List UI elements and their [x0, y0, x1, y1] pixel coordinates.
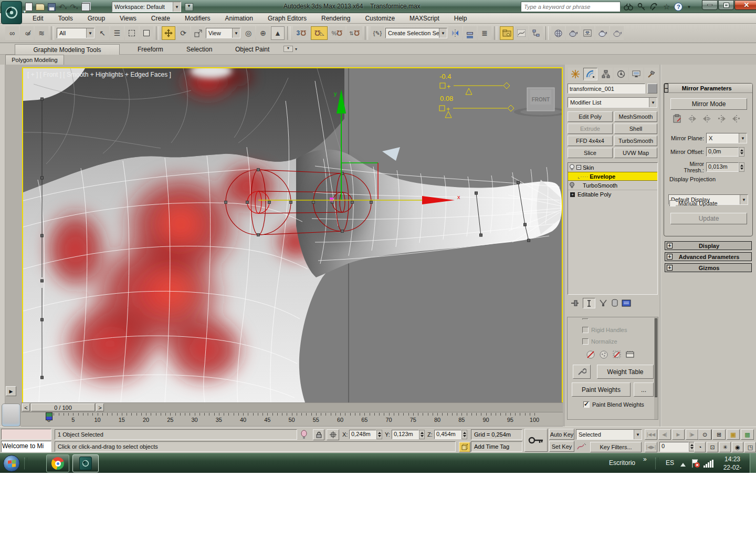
- workspace-dropdown[interactable]: Workspace: Default▼: [112, 2, 181, 12]
- logo-dropdown-arrow[interactable]: ▼: [23, 9, 27, 14]
- selection-filter-dropdown[interactable]: All▼: [57, 28, 94, 38]
- paste-green-bones-icon[interactable]: [717, 115, 727, 123]
- favorites-star-icon[interactable]: ☆: [663, 2, 670, 12]
- meshsmooth-button[interactable]: MeshSmooth: [614, 111, 657, 122]
- select-and-link-icon[interactable]: ∞: [5, 26, 19, 40]
- edit-named-selection-sets-icon[interactable]: {✎}: [371, 26, 384, 40]
- paste-green-to-blue-icon[interactable]: [687, 115, 697, 123]
- bake-weights-icon[interactable]: [626, 350, 634, 358]
- tab-graphite-modeling-tools[interactable]: Graphite Modeling Tools: [15, 44, 120, 55]
- stack-item-editable-poly[interactable]: + Editable Poly: [568, 190, 657, 199]
- restore-button[interactable]: [718, 0, 734, 10]
- time-slider-prev-button[interactable]: <: [22, 404, 30, 411]
- render-production-icon[interactable]: [595, 26, 609, 40]
- redo-icon[interactable]: ↷▾: [70, 3, 78, 11]
- menu-tools[interactable]: Tools: [51, 15, 80, 22]
- mirror-parameters-header[interactable]: − Mirror Parameters: [664, 84, 752, 93]
- pan-button[interactable]: ✳: [719, 442, 731, 452]
- absolute-mode-button[interactable]: [327, 429, 339, 440]
- time-slider-next-button[interactable]: >: [96, 404, 104, 411]
- viewcube-front-label[interactable]: FRONT: [532, 97, 550, 102]
- mirror-icon[interactable]: [448, 26, 462, 40]
- menu-animation[interactable]: Animation: [218, 15, 260, 22]
- selected-cross-section-marker[interactable]: [330, 198, 333, 201]
- object-color-swatch[interactable]: [647, 84, 657, 94]
- turbosmooth-button[interactable]: TurboSmooth: [614, 136, 657, 146]
- region-zoom-button[interactable]: ⊡: [707, 442, 718, 452]
- rendered-frame-window-icon[interactable]: [581, 26, 594, 40]
- set-keys-button[interactable]: [524, 429, 548, 452]
- reference-coordinate-dropdown[interactable]: View▼: [206, 28, 240, 38]
- viewport-label[interactable]: [ + ] [ Front ] [ Smooth + Highlights + …: [27, 71, 171, 78]
- mirror-plane-dropdown[interactable]: X▼: [706, 133, 747, 143]
- paste-blue-bones-icon[interactable]: [731, 115, 741, 123]
- rollout-display[interactable]: +Display: [665, 241, 752, 250]
- go-to-start-button[interactable]: |◀◀: [645, 429, 657, 440]
- layer-manager-icon[interactable]: ≣: [478, 26, 491, 40]
- tab-create-icon[interactable]: [568, 68, 582, 80]
- normalize-checkbox[interactable]: [582, 338, 589, 345]
- tab-selection[interactable]: Selection: [186, 46, 212, 53]
- track-bar-handle[interactable]: [46, 412, 52, 420]
- key-mode-button[interactable]: |◀▶|: [645, 442, 657, 452]
- edit-poly-button[interactable]: Edit Poly: [568, 111, 613, 122]
- bulb-off-icon[interactable]: [569, 182, 575, 189]
- angle-snap-toggle-icon[interactable]: Ω◺: [311, 26, 328, 40]
- isolate-selection-button[interactable]: [459, 442, 470, 452]
- bulb-on-icon[interactable]: [569, 164, 575, 171]
- rigid-handles-checkbox[interactable]: [582, 327, 589, 333]
- stack-item-turbosmooth[interactable]: TurboSmooth: [568, 181, 657, 190]
- network-signal-icon[interactable]: [704, 460, 714, 468]
- mirror-paste-icon[interactable]: [673, 114, 682, 123]
- expand-box-icon[interactable]: +: [570, 192, 575, 197]
- y-coord-spinner[interactable]: [419, 430, 425, 439]
- select-and-scale-icon[interactable]: [191, 26, 205, 40]
- menu-edit[interactable]: Edit: [25, 15, 51, 22]
- menu-modifiers[interactable]: Modifiers: [177, 15, 218, 22]
- tab-object-paint[interactable]: Object Paint: [235, 46, 269, 53]
- configure-modifier-sets-icon[interactable]: [622, 299, 631, 307]
- extrude-button[interactable]: Extrude: [568, 123, 613, 134]
- zoom-button[interactable]: ⊙: [698, 429, 711, 440]
- ffd-button[interactable]: FFD 4x4x4: [568, 136, 613, 146]
- make-unique-icon[interactable]: [598, 299, 608, 307]
- shell-button[interactable]: Shell: [614, 123, 657, 134]
- viewport-layout-tab-button[interactable]: ▶: [6, 386, 16, 396]
- percent-snap-toggle-icon[interactable]: %Ω: [329, 26, 345, 40]
- project-folder-icon[interactable]: [81, 3, 90, 11]
- paint-weights-button[interactable]: Paint Weights: [572, 382, 631, 397]
- uvw-map-button[interactable]: UVW Map: [614, 148, 657, 158]
- collapse-box-icon[interactable]: −: [576, 165, 581, 170]
- select-by-name-icon[interactable]: ☰: [110, 26, 124, 40]
- selected-filter-dropdown[interactable]: Selected▼: [576, 429, 642, 440]
- clock[interactable]: 14:23 22-02-2013: [717, 455, 748, 473]
- x-coord-spinner[interactable]: [376, 430, 382, 439]
- undo-icon[interactable]: ↶▾: [59, 3, 67, 11]
- add-time-tag-field[interactable]: Add Time Tag: [471, 441, 522, 452]
- select-and-move-icon[interactable]: [162, 26, 175, 40]
- action-center-flag-icon[interactable]: [691, 459, 700, 468]
- close-button[interactable]: ✕: [734, 0, 756, 10]
- paint-blend-weights-checkbox[interactable]: [583, 401, 590, 408]
- ribbon-minimize-arrow-icon[interactable]: ▾: [295, 47, 297, 51]
- mirror-thresh-spinner[interactable]: [739, 162, 744, 172]
- remove-modifier-icon[interactable]: [611, 299, 618, 307]
- menu-rendering[interactable]: Rendering: [314, 15, 358, 22]
- collapse-minus-icon[interactable]: −: [664, 84, 668, 92]
- set-key-button[interactable]: Set Key: [549, 441, 574, 452]
- qat-overflow-icon[interactable]: ▼: [185, 3, 193, 11]
- select-and-manipulate-icon[interactable]: ⊕: [256, 26, 270, 40]
- next-frame-button[interactable]: |▶: [686, 429, 698, 440]
- mirror-mode-button[interactable]: Mirror Mode: [670, 98, 747, 110]
- z-coord-spinner[interactable]: [461, 430, 467, 439]
- workspace-arrow-icon[interactable]: ▼: [173, 2, 181, 12]
- select-excluded-icon[interactable]: [613, 350, 622, 359]
- graphite-ribbon-toggle-icon[interactable]: [500, 26, 513, 40]
- stack-item-envelope[interactable]: ⌞···· Envelope: [568, 172, 657, 181]
- mini-curve-editor-button[interactable]: [2, 404, 20, 427]
- current-frame-field[interactable]: 0: [659, 442, 689, 452]
- show-hidden-icons-arrow[interactable]: [680, 460, 686, 467]
- modifier-list-dropdown[interactable]: Modifier List▼: [568, 97, 657, 108]
- orbit-button[interactable]: ◉: [732, 442, 743, 452]
- show-end-result-icon[interactable]: [583, 298, 595, 308]
